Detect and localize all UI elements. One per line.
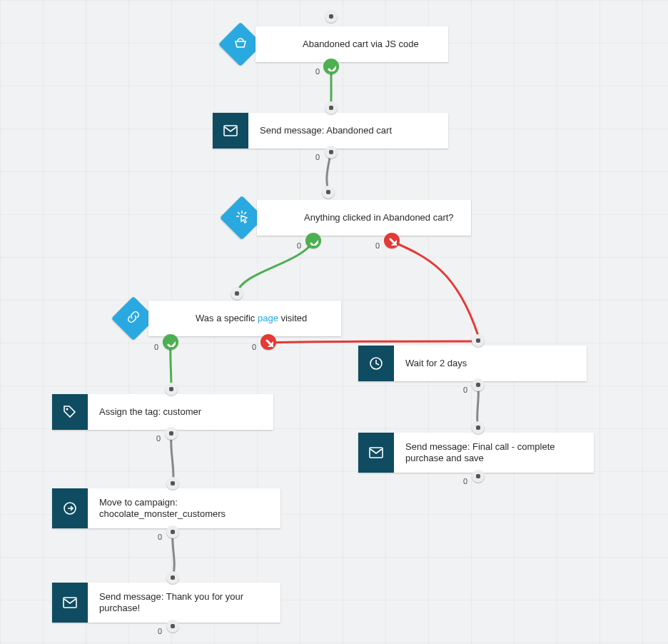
check-icon bbox=[166, 337, 176, 347]
n5-label: Assign the tag: customer bbox=[88, 406, 213, 418]
n4-label: Was a specific page visited bbox=[184, 313, 318, 324]
n4-label-prefix: Was a specific bbox=[196, 313, 258, 323]
flow-node-wait-2-days[interactable]: Wait for 2 days bbox=[358, 346, 587, 381]
n7-out-port[interactable] bbox=[166, 620, 179, 633]
n1-label: Abandoned cart via JS code bbox=[291, 39, 430, 50]
flow-node-thank-you-message[interactable]: Send message: Thank you for your purchas… bbox=[52, 583, 280, 623]
n9-out-port[interactable] bbox=[472, 470, 485, 483]
n4-yes-count: 0 bbox=[154, 343, 158, 351]
n3-label: Anything clicked in Abandoned cart? bbox=[293, 212, 465, 223]
basket-icon bbox=[233, 35, 248, 51]
n3-in-port[interactable] bbox=[322, 186, 335, 198]
n2-out-port[interactable] bbox=[325, 146, 338, 159]
check-icon bbox=[326, 61, 336, 71]
flow-node-page-visited[interactable]: Was a specific page visited bbox=[148, 301, 341, 336]
n2-out-count: 0 bbox=[315, 153, 320, 161]
flow-node-move-campaign[interactable]: Move to campaign: chocolate_monster_cust… bbox=[52, 488, 280, 528]
n5-out-port[interactable] bbox=[165, 427, 178, 440]
x-icon bbox=[263, 337, 273, 347]
flow-node-abandoned-cart-trigger[interactable]: Abandoned cart via JS code bbox=[255, 26, 448, 62]
n3-yes-badge[interactable] bbox=[305, 233, 321, 248]
n7-label: Send message: Thank you for your purchas… bbox=[88, 591, 280, 615]
n4-no-count: 0 bbox=[252, 343, 256, 351]
n9-in-port[interactable] bbox=[472, 421, 485, 434]
n3-yes-count: 0 bbox=[297, 241, 301, 250]
x-icon bbox=[387, 236, 397, 246]
n1-in-port[interactable] bbox=[325, 10, 338, 23]
envelope-icon bbox=[223, 123, 238, 139]
n3-no-count: 0 bbox=[375, 241, 380, 250]
n4-label-link[interactable]: page bbox=[258, 313, 278, 323]
flow-node-anything-clicked[interactable]: Anything clicked in Abandoned cart? bbox=[257, 200, 471, 236]
flow-node-assign-tag[interactable]: Assign the tag: customer bbox=[52, 394, 273, 430]
n7-out-count: 0 bbox=[158, 627, 162, 635]
n6-out-port[interactable] bbox=[166, 525, 179, 538]
click-icon bbox=[234, 208, 250, 224]
envelope-icon bbox=[62, 595, 78, 610]
n8-label: Wait for 2 days bbox=[394, 358, 478, 369]
n1-yes-count: 0 bbox=[315, 67, 320, 76]
n5-out-count: 0 bbox=[156, 434, 161, 443]
n2-in-port[interactable] bbox=[325, 101, 338, 114]
n6-in-port[interactable] bbox=[166, 477, 179, 490]
n2-label: Send message: Abandoned cart bbox=[248, 125, 403, 136]
n8-out-count: 0 bbox=[463, 386, 467, 394]
n4-no-badge[interactable] bbox=[260, 334, 276, 350]
n4-label-suffix: visited bbox=[278, 313, 307, 323]
n6-label: Move to campaign: chocolate_monster_cust… bbox=[88, 497, 280, 520]
flow-node-send-abandoned-cart[interactable]: Send message: Abandoned cart bbox=[213, 113, 448, 149]
n1-yes-badge[interactable] bbox=[323, 59, 339, 74]
flow-node-final-call-message[interactable]: Send message: Final call - complete purc… bbox=[358, 433, 594, 473]
n9-out-count: 0 bbox=[463, 477, 467, 485]
n4-in-port[interactable] bbox=[231, 287, 243, 300]
n6-out-count: 0 bbox=[158, 533, 162, 541]
n7-in-port[interactable] bbox=[166, 571, 179, 584]
envelope-icon bbox=[368, 445, 384, 461]
n9-label: Send message: Final call - complete purc… bbox=[394, 441, 594, 465]
n4-yes-badge[interactable] bbox=[163, 334, 178, 350]
link-icon bbox=[126, 309, 141, 325]
tag-icon bbox=[62, 404, 78, 420]
arrow-circle-icon bbox=[62, 500, 78, 516]
n5-in-port[interactable] bbox=[165, 383, 178, 396]
n8-out-port[interactable] bbox=[472, 378, 485, 391]
clock-icon bbox=[368, 356, 384, 371]
check-icon bbox=[308, 236, 318, 246]
n8-in-port[interactable] bbox=[472, 334, 485, 347]
n3-no-badge[interactable] bbox=[384, 233, 400, 248]
